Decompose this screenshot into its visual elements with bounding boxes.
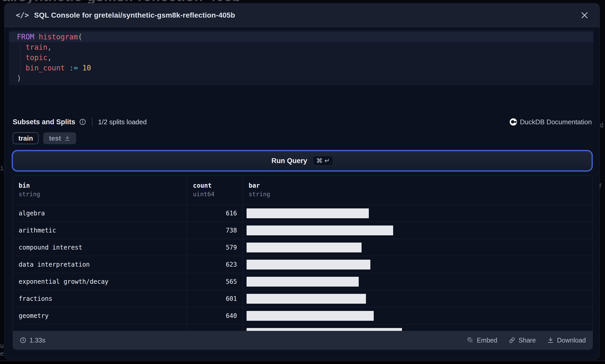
column-name: bar [249,181,593,190]
column-type: string [249,190,593,198]
clock-icon [20,337,26,344]
split-label: test [49,134,61,142]
duckdb-documentation-link[interactable]: DuckDB Documentation [510,118,592,126]
share-label: Share [518,337,536,344]
cell-bar [243,324,593,331]
bar-rect [247,260,370,270]
cell-count: 579 [187,239,243,256]
info-icon[interactable] [79,118,86,126]
cell-count: 616 [187,205,243,222]
table-row: fractions 601 [13,290,593,307]
table-row-partial [13,324,593,331]
code-icon: </> [16,11,29,19]
table-row: exponential growth/decay 565 [13,273,593,290]
embed-icon [467,337,474,344]
table-header-row: bin string count uint64 bar string [13,176,593,205]
run-query-label: Run Query [271,157,307,165]
share-button[interactable]: Share [509,337,536,344]
splits-loaded-status: 1/2 splits loaded [98,118,147,126]
cell-count: 601 [187,290,243,307]
cell-bin [13,324,187,331]
download-button[interactable]: Download [547,337,586,344]
backdrop-text-fragment: d [600,122,603,129]
cell-count: 565 [187,273,243,290]
table-row: geometry 640 [13,307,593,324]
results-panel: bin string count uint64 bar string algeb… [13,175,593,350]
modal-header: </> SQL Console for gretelai/synthetic-g… [4,3,600,27]
cell-bin: exponential growth/decay [13,273,187,290]
cell-count: 738 [187,222,243,239]
column-header-count: count uint64 [187,176,243,205]
footer-actions: Embed Share Download [467,337,586,344]
cell-bar [243,222,593,239]
bar-rect [247,243,362,252]
sql-editor[interactable]: FROM histogram( train, topic, bin_count … [9,30,593,85]
cell-count: 640 [187,307,243,324]
column-type: string [19,190,187,198]
cell-bar [243,290,593,307]
column-header-bar: bar string [243,176,593,205]
close-button[interactable] [578,9,591,21]
code-line: ) [9,73,593,84]
code-line: bin_count := 10 [9,63,593,73]
share-link-icon [509,337,515,344]
close-icon [581,11,588,19]
backdrop-bottom-strip [0,361,605,364]
download-icon [64,135,70,141]
cell-bar [243,205,593,222]
column-name: count [193,181,243,190]
table-body: algebra 616 arithmetic 738 compound inte… [13,205,593,331]
run-query-button[interactable]: Run Query ⌘ ↵ [12,150,593,172]
table-row: arithmetic 738 [13,222,593,239]
cell-bin: geometry [13,307,187,324]
cell-bar [243,256,593,273]
query-duration: 1.33s [20,337,45,344]
split-button-train[interactable]: train [13,132,39,144]
cell-count [187,324,243,331]
cell-bar [243,273,593,290]
backdrop-dashed-divider [0,360,605,361]
code-line: train, [9,42,593,53]
embed-label: Embed [477,337,497,344]
cell-bin: compound interest [13,239,187,256]
download-icon [547,337,554,344]
column-header-bin: bin string [13,176,187,205]
cell-count: 623 [187,256,243,273]
duckdb-documentation-label: DuckDB Documentation [520,118,592,126]
bar-rect [247,208,369,218]
subsets-title: Subsets and Splits [13,118,75,126]
cell-bin: algebra [13,205,187,222]
splits-buttons: train test [13,132,76,144]
column-name: bin [19,181,187,190]
kbd-shortcut-badge: ⌘ ↵ [313,156,333,166]
code-line: topic, [9,53,593,63]
bar-rect [247,225,393,235]
modal-title: SQL Console for gretelai/synthetic-gsm8k… [34,11,235,19]
backdrop-page-title-clipped: ai/synthetic-gsm8k-reflection-405b [0,0,605,3]
cell-bin: arithmetic [13,222,187,239]
cell-bar [243,307,593,324]
cell-bin: data interpretation [13,256,187,273]
table-row: compound interest 579 [13,239,593,256]
bar-rect [247,311,374,321]
results-footer: 1.33s Embed Share [13,331,593,350]
split-label: train [18,134,33,142]
cell-bin: fractions [13,290,187,307]
cell-bar [243,239,593,256]
column-type: uint64 [193,190,243,198]
sql-console-modal: </> SQL Console for gretelai/synthetic-g… [4,3,600,360]
bar-rect [247,277,359,287]
split-button-test[interactable]: test [43,132,76,144]
divider [92,118,92,126]
table-row: algebra 616 [13,205,593,222]
table-row: data interpretation 623 [13,256,593,273]
code-line: FROM histogram( [9,32,593,42]
download-label: Download [557,337,586,344]
duckdb-icon [510,118,517,126]
bar-rect [247,294,366,304]
embed-button[interactable]: Embed [467,337,497,344]
duration-value: 1.33s [30,337,45,344]
subsets-and-splits-row: Subsets and Splits 1/2 splits loaded Duc… [13,116,592,128]
